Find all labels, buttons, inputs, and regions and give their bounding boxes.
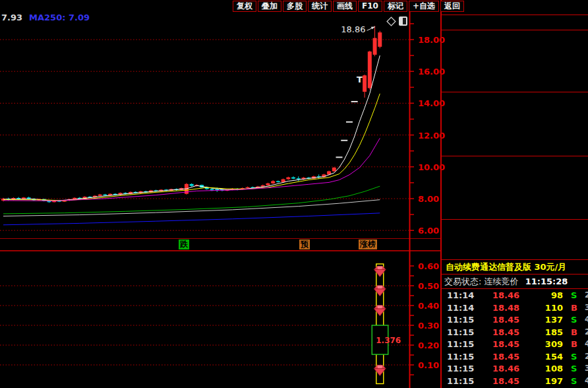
trade-volume: 154 bbox=[526, 352, 563, 362]
ma-line-MA60 bbox=[3, 186, 380, 214]
trade-extra: 2 bbox=[585, 352, 588, 361]
toolbar: 复权叠加多股统计画线F10标记+自选返回 bbox=[233, 0, 465, 12]
trade-price: 18.45 bbox=[473, 327, 519, 337]
trade-price: 18.46 bbox=[473, 290, 519, 300]
limit-board-dash bbox=[341, 140, 347, 141]
ma-readout: 7.93MA250: 7.09 bbox=[1, 13, 90, 22]
trade-price: 18.45 bbox=[473, 352, 519, 362]
toolbar-button-6[interactable]: F10 bbox=[358, 1, 382, 12]
trade-extra: 2 bbox=[585, 327, 588, 337]
separator bbox=[442, 288, 588, 289]
ma-line-MA20 bbox=[3, 138, 380, 201]
ma-line-MA250 bbox=[3, 213, 380, 225]
trade-extra: 2 bbox=[585, 290, 588, 300]
trade-row: 11:1518.45154S2 bbox=[442, 352, 588, 364]
toolbar-button-5[interactable]: 画线 bbox=[333, 1, 357, 12]
separator bbox=[442, 219, 588, 220]
sub-axis-label: 0.50 bbox=[418, 281, 439, 291]
ma-line-MA5 bbox=[3, 55, 380, 201]
trade-volume: 197 bbox=[526, 376, 563, 386]
trade-price: 18.46 bbox=[473, 364, 519, 373]
trade-extra: 4 bbox=[585, 339, 588, 348]
sub-axis-label: 0.10 bbox=[418, 360, 439, 370]
trade-row: 11:1518.45137S4 bbox=[442, 315, 588, 327]
separator bbox=[442, 92, 588, 92]
tab-fall-ranking[interactable]: 跌 bbox=[179, 240, 189, 249]
trade-volume: 110 bbox=[526, 303, 563, 313]
trade-price: 18.45 bbox=[473, 315, 519, 325]
overlay-icons bbox=[387, 16, 407, 26]
trade-time: 11:15 bbox=[447, 352, 474, 362]
sub-axis-label: 0.40 bbox=[418, 301, 439, 311]
sub-indicator: 1.376 bbox=[372, 264, 401, 384]
tab-rise-ranking[interactable]: 涨榜 bbox=[359, 240, 377, 249]
limit-board-dash bbox=[351, 101, 358, 102]
toolbar-button-3[interactable]: 多股 bbox=[283, 1, 307, 12]
toolbar-button-2[interactable]: 叠加 bbox=[258, 1, 281, 12]
trade-price: 18.45 bbox=[473, 339, 519, 349]
price-axis-label: 6.00 bbox=[418, 226, 439, 236]
ma120-value: 7.93 bbox=[1, 13, 22, 22]
trade-side: S bbox=[571, 352, 577, 362]
separator bbox=[442, 259, 588, 260]
trade-time: 11:15 bbox=[447, 327, 474, 337]
trade-time: 11:15 bbox=[447, 364, 474, 373]
tab-alert[interactable]: 预 bbox=[299, 240, 310, 249]
trade-volume: 309 bbox=[526, 339, 563, 349]
sub-axis-label: 0.60 bbox=[418, 261, 439, 271]
trade-side: B bbox=[571, 327, 577, 337]
t-board-marker: T bbox=[357, 75, 363, 84]
status-time: 11:15:28 bbox=[525, 276, 568, 286]
trade-side: S bbox=[571, 290, 577, 300]
trade-status: 交易状态: 连续竞价 11:15:28 bbox=[444, 276, 568, 288]
trade-row: 11:1418.48110B3 bbox=[442, 303, 588, 315]
trade-price: 18.45 bbox=[473, 376, 519, 386]
trade-price: 18.48 bbox=[473, 303, 519, 313]
toolbar-button-4[interactable]: 统计 bbox=[308, 1, 332, 12]
peak-price-label: 18.86 bbox=[341, 24, 365, 34]
trade-row: 11:1518.45185B2 bbox=[442, 327, 588, 340]
status-label: 交易状态: 连续竞价 bbox=[444, 276, 519, 286]
indicator-value: 1.376 bbox=[376, 336, 401, 345]
separator bbox=[442, 156, 588, 156]
ma-line-MA120 bbox=[3, 200, 380, 216]
toolbar-button-9[interactable]: 返回 bbox=[440, 1, 464, 12]
trade-side: S bbox=[571, 376, 577, 386]
trade-volume: 98 bbox=[526, 290, 563, 300]
trade-side: B bbox=[571, 339, 577, 349]
peak-annotation: 18.86 bbox=[341, 24, 375, 34]
trade-time: 11:15 bbox=[447, 376, 474, 386]
trade-side: B bbox=[571, 303, 577, 313]
separator bbox=[442, 274, 588, 275]
main-grid: 18.0016.0014.0012.0010.008.006.00 bbox=[0, 24, 445, 236]
limit-board-dash bbox=[346, 121, 353, 123]
trade-extra: 4 bbox=[585, 376, 588, 385]
trade-volume: 137 bbox=[526, 315, 563, 325]
subscription-ad[interactable]: 自动续费通达信普及版 30元/月 bbox=[446, 261, 566, 273]
sub-axis-label: 0.20 bbox=[418, 340, 439, 350]
ma250-value: MA250: 7.09 bbox=[29, 13, 90, 22]
trade-volume: 108 bbox=[526, 364, 563, 373]
trade-row: 11:1418.4698S2 bbox=[442, 290, 588, 303]
sub-axis-label: 0.30 bbox=[418, 321, 439, 331]
trade-row: 11:1518.46108S3 bbox=[442, 364, 588, 376]
trade-time: 11:14 bbox=[447, 290, 474, 300]
trade-extra: 3 bbox=[585, 303, 588, 312]
trade-time: 11:15 bbox=[447, 315, 474, 325]
sub-grid: 0.600.500.400.300.200.10 bbox=[0, 261, 439, 375]
diamond-icon bbox=[387, 17, 396, 26]
trade-time: 11:15 bbox=[447, 339, 474, 349]
trade-extra: 3 bbox=[585, 364, 588, 373]
trade-extra: 4 bbox=[585, 315, 588, 324]
trade-volume: 185 bbox=[526, 327, 563, 337]
trade-time: 11:14 bbox=[447, 303, 474, 313]
toolbar-button-7[interactable]: 标记 bbox=[384, 1, 407, 12]
trade-row: 11:1518.45197S4 bbox=[442, 376, 588, 388]
separator bbox=[442, 30, 588, 30]
toolbar-button-8[interactable]: +自选 bbox=[409, 1, 439, 12]
limit-board-dash bbox=[336, 156, 343, 158]
trade-side: S bbox=[571, 364, 577, 373]
trade-side: S bbox=[571, 315, 577, 325]
trade-row: 11:1518.45309B4 bbox=[442, 339, 588, 352]
toolbar-button-1[interactable]: 复权 bbox=[233, 1, 256, 12]
